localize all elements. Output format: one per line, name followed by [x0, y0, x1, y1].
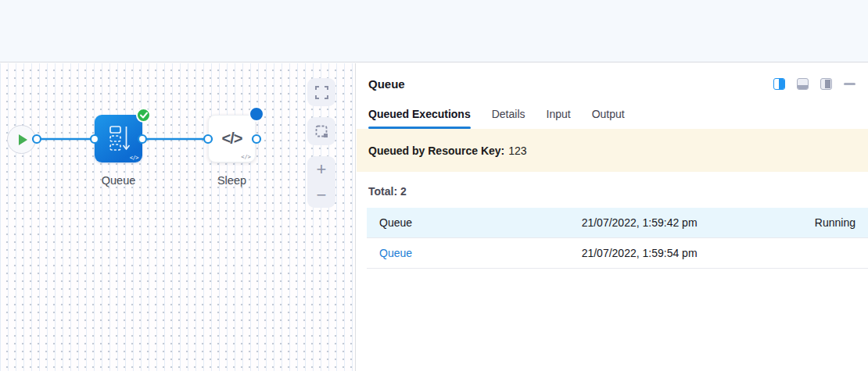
fit-icon — [315, 86, 328, 99]
banner-label: Queued by Resource Key: — [368, 144, 504, 157]
start-node[interactable] — [7, 125, 36, 154]
success-badge-icon — [136, 108, 151, 123]
tab-queued-executions[interactable]: Queued Executions — [368, 108, 471, 129]
node-label-sleep: Sleep — [196, 174, 267, 187]
executions-table: Queue 21/07/2022, 1:59:42 pm Running Que… — [367, 208, 868, 269]
queued-badge-icon — [249, 106, 264, 122]
execution-status: Running — [731, 216, 868, 229]
top-header — [0, 0, 868, 62]
execution-timestamp: 21/07/2022, 1:59:54 pm — [548, 247, 731, 259]
connector-handles — [0, 63, 356, 371]
app-root: </> Queue </> </> Sleep — [0, 0, 868, 371]
banner-value: 123 — [508, 144, 526, 157]
canvas-toolbar: + − — [307, 78, 335, 208]
zoom-in-button[interactable]: + — [307, 156, 335, 182]
queue-icon — [106, 124, 131, 154]
play-icon — [19, 134, 27, 145]
execution-timestamp: 21/07/2022, 1:59:42 pm — [548, 216, 731, 229]
total-count: Total: 2 — [368, 185, 856, 198]
panel-title: Queue — [368, 77, 405, 91]
tab-input[interactable]: Input — [547, 108, 571, 129]
panel-window-controls — [773, 78, 855, 90]
node-label-queue: Queue — [83, 174, 154, 187]
resource-key-banner: Queued by Resource Key: 123 — [357, 129, 868, 172]
zoom-out-button[interactable]: − — [307, 182, 335, 208]
marquee-icon — [315, 125, 328, 138]
table-row[interactable]: Queue 21/07/2022, 1:59:42 pm Running — [367, 208, 868, 238]
code-glyph: </> — [241, 154, 251, 160]
tab-details[interactable]: Details — [492, 108, 525, 129]
minimize-icon[interactable] — [844, 83, 855, 85]
fit-to-screen-button[interactable] — [307, 78, 335, 106]
table-row[interactable]: Queue 21/07/2022, 1:59:54 pm — [367, 238, 868, 269]
marquee-select-button[interactable] — [307, 117, 335, 145]
node-sleep[interactable]: </> </> — [208, 115, 256, 162]
zoom-controls: + − — [307, 156, 335, 208]
edge-layer — [0, 63, 356, 371]
dock-bottom-icon[interactable] — [797, 78, 809, 90]
code-icon: </> — [222, 130, 242, 148]
workflow-canvas[interactable]: </> Queue </> </> Sleep — [0, 63, 356, 371]
tab-output[interactable]: Output — [592, 108, 625, 129]
details-panel: Queue Queued Executions Details Input Ou… — [357, 63, 868, 371]
execution-name-link[interactable]: Queue — [367, 247, 548, 259]
execution-name: Queue — [367, 216, 548, 229]
code-glyph: </> — [130, 155, 138, 161]
panel-tabs: Queued Executions Details Input Output — [357, 108, 868, 129]
node-queue[interactable]: </> — [95, 115, 142, 162]
panel-header: Queue — [357, 63, 868, 91]
dock-right-icon[interactable] — [820, 78, 832, 90]
split-view-icon[interactable] — [773, 78, 785, 90]
